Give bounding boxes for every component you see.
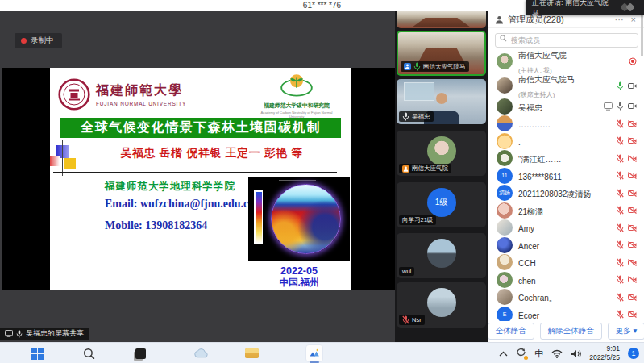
decor-vline	[62, 140, 63, 176]
unmute-all-button[interactable]: 解除全体静音	[540, 323, 602, 340]
video-thumbnail[interactable]: 吴福忠	[397, 79, 486, 124]
participant-row[interactable]: CCH	[488, 254, 644, 272]
cam-off-icon[interactable]	[628, 137, 637, 144]
panel-scrollbar[interactable]	[641, 13, 643, 56]
participant-row[interactable]: EEcoer	[488, 306, 644, 321]
participant-meta: …………	[518, 116, 611, 131]
globe-image	[271, 184, 341, 254]
tray-chevron-icon[interactable]	[499, 351, 508, 357]
video-thumbnail[interactable]: 南信大应气院马	[397, 31, 486, 76]
video-name: 吴福忠	[412, 113, 430, 121]
video-thumbnail-partial[interactable]	[397, 11, 486, 28]
mic-off-icon[interactable]	[617, 258, 624, 267]
participant-row[interactable]: Cochran。	[488, 289, 644, 307]
institute-name-cn: 福建师范大学碳中和研究院	[247, 102, 347, 110]
avatar	[497, 202, 513, 219]
ime-indicator[interactable]: 中	[534, 348, 543, 360]
participant-row[interactable]: 南信大应气院(主持人, 我)	[488, 49, 644, 73]
cam-off-icon[interactable]	[628, 207, 637, 214]
cam-off-icon[interactable]	[628, 276, 637, 283]
panel-close-button[interactable]: ×	[629, 15, 638, 24]
cam-off-icon[interactable]	[628, 190, 637, 197]
participant-name: .	[518, 138, 521, 147]
participant-row[interactable]: 清扬20211208032凌清扬	[488, 185, 644, 202]
meeting-app-button[interactable]	[304, 343, 325, 363]
mic-off-icon[interactable]	[617, 171, 624, 180]
participant-row[interactable]: Amy	[488, 219, 644, 237]
participant-name: Amy	[518, 224, 534, 233]
cam-on-icon[interactable]	[628, 102, 637, 110]
mic-off-icon[interactable]	[617, 310, 624, 319]
video-avatar: 1级	[427, 188, 456, 217]
video-thumbnail[interactable]: Nsr	[397, 282, 486, 328]
mic-off-icon[interactable]	[617, 119, 624, 128]
cam-off-icon[interactable]	[628, 294, 637, 301]
video-name-badge: wul	[399, 267, 414, 276]
participant-row[interactable]: .	[488, 132, 644, 150]
mic-off-icon[interactable]	[617, 154, 624, 163]
participant-row[interactable]: 21柳溋	[488, 202, 644, 219]
search-button[interactable]	[79, 343, 98, 363]
more-button[interactable]: 更多 ▾	[608, 323, 644, 340]
sync-icon[interactable]	[516, 346, 526, 361]
notification-badge[interactable]: 1	[628, 348, 639, 359]
mic-off-icon[interactable]	[617, 223, 624, 232]
cam-off-icon[interactable]	[628, 259, 637, 266]
participant-row[interactable]: chen	[488, 271, 644, 289]
file-explorer-button[interactable]	[242, 343, 261, 363]
participant-row[interactable]: "满江红……	[488, 150, 644, 168]
taskbar-clock[interactable]: 9:01 2022/5/25	[589, 344, 620, 361]
video-thumbnail[interactable]: 南信大应气院	[397, 131, 486, 176]
slide-authors: 吴福忠 岳楷 倪祥银 王定一 彭艳 等	[79, 146, 345, 161]
panel-more-button[interactable]: ···	[613, 15, 625, 24]
wifi-icon[interactable]	[551, 349, 563, 358]
participant-row[interactable]: …………	[488, 115, 644, 133]
video-name: wul	[402, 268, 411, 275]
participant-meta: 136****8611	[518, 169, 611, 183]
volume-icon[interactable]	[571, 349, 581, 358]
cam-on-icon[interactable]	[628, 82, 637, 90]
university-name-cn: 福建師範大學	[96, 82, 186, 99]
avatar: 11	[497, 168, 513, 184]
cam-off-icon[interactable]	[628, 120, 637, 127]
cam-off-icon[interactable]	[628, 241, 637, 248]
onedrive-button[interactable]	[190, 343, 211, 363]
participant-name: 21柳溋	[518, 207, 543, 216]
avatar	[497, 115, 513, 131]
start-button[interactable]	[27, 343, 47, 363]
video-avatar	[427, 136, 456, 165]
windows-icon	[31, 348, 44, 360]
recording-badge: 录制中	[15, 33, 62, 48]
video-thumbnail[interactable]: 1级向学习21级	[397, 182, 486, 227]
participant-row[interactable]: Ancer	[488, 236, 644, 254]
video-avatar	[427, 239, 456, 268]
mic-off-icon[interactable]	[617, 293, 624, 302]
video-name: 南信大应气院	[412, 165, 448, 173]
video-name-badge: Nsr	[399, 315, 425, 325]
mic-off-icon[interactable]	[617, 206, 624, 215]
video-name-badge: 南信大应气院马	[401, 61, 469, 72]
task-view-button[interactable]	[131, 343, 150, 363]
cloud-icon	[193, 348, 209, 358]
participant-row[interactable]: 11136****8611	[488, 167, 644, 185]
participant-row[interactable]: 南信大应气院马(联席主持人)	[488, 73, 644, 98]
mic-off-icon[interactable]	[617, 189, 624, 198]
search-input[interactable]	[495, 33, 638, 48]
slide-email: Email: wufzchina@fjnu.edu.cn	[105, 198, 255, 211]
participant-row[interactable]: 吴福忠	[488, 98, 644, 115]
mic-off-icon[interactable]	[617, 136, 624, 145]
mic-off-icon[interactable]	[617, 240, 624, 249]
participant-name: …………	[518, 120, 551, 129]
mic-on-icon[interactable]	[617, 102, 624, 111]
cam-off-icon[interactable]	[628, 224, 637, 232]
video-thumbnail[interactable]: wul	[397, 233, 486, 278]
decor-square-red	[50, 156, 60, 166]
cam-off-icon[interactable]	[628, 172, 637, 179]
cam-off-icon[interactable]	[628, 155, 637, 162]
avatar: E	[497, 307, 513, 321]
cam-off-icon[interactable]	[628, 311, 637, 318]
mic-off-icon[interactable]	[617, 275, 624, 284]
mute-all-button[interactable]: 全体静音	[488, 323, 534, 340]
screen-share-icon[interactable]	[604, 102, 613, 111]
mic-green-icon[interactable]	[617, 81, 624, 90]
